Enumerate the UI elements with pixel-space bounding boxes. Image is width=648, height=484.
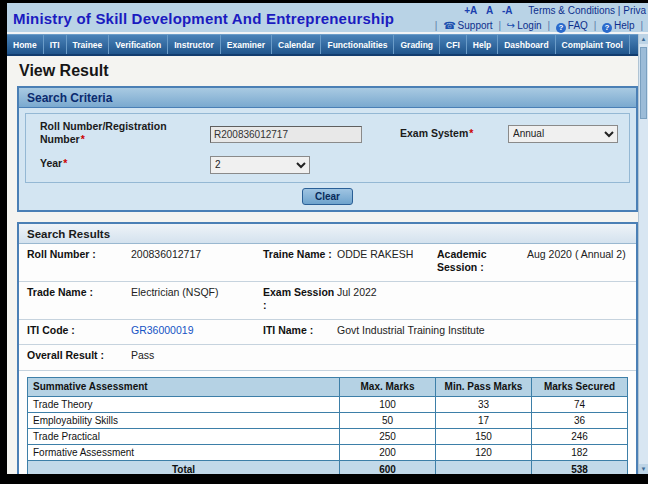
exam-system-select[interactable]: Annual [508, 125, 618, 143]
iti-name-value: Govt Industrial Training Institute [337, 324, 632, 337]
year-select[interactable]: 2 [210, 156, 310, 174]
exam-session-value: Jul 2022 [337, 286, 435, 299]
iti-code-label: ITI Code : [27, 324, 129, 337]
search-results-header: Search Results [19, 224, 636, 244]
marks-total-cell [436, 460, 532, 474]
nav-item-trainee[interactable]: Trainee [67, 35, 110, 54]
iti-code-link[interactable]: GR36000019 [131, 324, 261, 337]
result-detail-row: Trade Name : Electrician (NSQF) Exam Ses… [19, 282, 636, 320]
marks-table: Summative Assessment Max. Marks Min. Pas… [27, 377, 628, 475]
divider: | [547, 20, 550, 31]
marks-cell: Trade Practical [28, 428, 340, 444]
support-link[interactable]: ☎Support [443, 20, 493, 31]
top-header: Ministry of Skill Development And Entrep… [7, 3, 648, 34]
font-increase-button[interactable]: +A [464, 5, 477, 16]
font-normal-button[interactable]: A [486, 5, 493, 16]
divider: | [498, 20, 501, 31]
marks-col-header: Summative Assessment [28, 377, 340, 396]
marks-cell: 200 [340, 444, 436, 460]
nav-item-home[interactable]: Home [7, 35, 44, 54]
header-links: +A A -A Terms & Conditions | Priva | ☎Su… [432, 3, 646, 33]
marks-cell: 150 [436, 428, 532, 444]
trade-name-value: Electrician (NSQF) [131, 286, 261, 299]
academic-session-value: Aug 2020 ( Annual 2) [527, 248, 632, 261]
iti-name-label: ITI Name : [263, 324, 335, 337]
nav-item-examiner[interactable]: Examiner [221, 35, 272, 54]
marks-total-row: Total 600 538 [28, 460, 628, 474]
result-detail-row: Overall Result : Pass [19, 345, 636, 370]
marks-cell: 246 [532, 428, 628, 444]
marks-cell: Trade Theory [28, 396, 340, 412]
question-icon: ? [602, 23, 612, 33]
nav-item-help[interactable]: Help [467, 35, 498, 54]
marks-cell: 250 [340, 428, 436, 444]
app-title: Ministry of Skill Development And Entrep… [13, 10, 394, 27]
roll-number-result-label: Roll Number : [27, 248, 129, 261]
marks-cell: 182 [532, 444, 628, 460]
search-results-panel: Search Results Roll Number : 20083601271… [17, 222, 638, 474]
divider: | [435, 20, 438, 31]
help-link[interactable]: ?Help [602, 20, 635, 31]
font-decrease-button[interactable]: -A [502, 5, 513, 16]
search-criteria-panel: Search Criteria Roll Number/Registration… [17, 86, 638, 212]
result-detail-row: Roll Number : 200836012717 Traine Name :… [19, 244, 636, 282]
search-criteria-form: Roll Number/Registration Number* Exam Sy… [25, 113, 630, 183]
overall-result-value: Pass [131, 349, 261, 362]
terms-conditions-link[interactable]: Terms & Conditions | Priva [528, 5, 646, 16]
scroll-up-arrow[interactable]: ▲ [639, 34, 648, 44]
marks-cell: 50 [340, 412, 436, 428]
clear-button[interactable]: Clear [302, 188, 353, 205]
nav-item-functionalities[interactable]: Functionalities [321, 35, 394, 54]
nav-item-grading[interactable]: Grading [394, 35, 440, 54]
roll-number-result-value: 200836012717 [131, 248, 261, 261]
marks-cell: Formative Assessment [28, 444, 340, 460]
marks-row: Trade Practical 250 150 246 [28, 428, 628, 444]
nav-item-instructor[interactable]: Instructor [168, 35, 221, 54]
marks-cell: 120 [436, 444, 532, 460]
search-criteria-header: Search Criteria [19, 88, 636, 108]
roll-number-input[interactable] [210, 126, 362, 143]
marks-cell: 36 [532, 412, 628, 428]
browser-viewport: Ministry of Skill Development And Entrep… [7, 3, 648, 474]
required-marker: * [81, 133, 85, 145]
support-icon: ☎ [443, 20, 455, 31]
nav-item-cfi[interactable]: CFI [440, 35, 467, 54]
marks-cell: 74 [532, 396, 628, 412]
marks-row: Employability Skills 50 17 36 [28, 412, 628, 428]
trainee-name-value: ODDE RAKESH [337, 248, 435, 261]
login-link[interactable]: ↪Login [507, 20, 542, 31]
marks-total-label: Total [28, 460, 340, 474]
roll-number-label: Roll Number/Registration Number* [40, 120, 210, 146]
nav-item-iti[interactable]: ITI [44, 35, 67, 54]
exam-system-label: Exam System* [400, 127, 508, 140]
marks-cell: 33 [436, 396, 532, 412]
required-marker: * [63, 157, 67, 169]
marks-header-row: Summative Assessment Max. Marks Min. Pas… [28, 377, 628, 396]
marks-total-cell: 600 [340, 460, 436, 474]
marks-col-header: Marks Secured [532, 377, 628, 396]
year-label: Year* [40, 157, 210, 170]
vertical-scrollbar[interactable]: ▲ ▼ [638, 34, 648, 474]
marks-cell: 100 [340, 396, 436, 412]
exam-session-label: Exam Session : [263, 286, 335, 312]
academic-session-label: Academic Session : [437, 248, 525, 274]
result-detail-row: ITI Code : GR36000019 ITI Name : Govt In… [19, 320, 636, 345]
scroll-down-arrow[interactable]: ▼ [639, 464, 648, 474]
overall-result-label: Overall Result : [27, 349, 129, 362]
nav-item-dashboard[interactable]: Dashboard [498, 35, 555, 54]
marks-cell: 17 [436, 412, 532, 428]
nav-item-complaint-tool[interactable]: Complaint Tool [556, 35, 630, 54]
trade-name-label: Trade Name : [27, 286, 129, 299]
marks-col-header: Min. Pass Marks [436, 377, 532, 396]
required-marker: * [469, 127, 473, 139]
nav-item-verification[interactable]: Verification [109, 35, 168, 54]
nav-item-calendar[interactable]: Calendar [272, 35, 321, 54]
marks-row: Formative Assessment 200 120 182 [28, 444, 628, 460]
divider: | [594, 20, 597, 31]
marks-cell: Employability Skills [28, 412, 340, 428]
faq-link[interactable]: ?FAQ [556, 20, 588, 31]
main-navigation: Home ITI Trainee Verification Instructor… [7, 34, 648, 56]
screen-frame: Ministry of Skill Development And Entrep… [0, 0, 648, 484]
marks-col-header: Max. Marks [340, 377, 436, 396]
scrollbar-thumb[interactable] [640, 47, 647, 119]
